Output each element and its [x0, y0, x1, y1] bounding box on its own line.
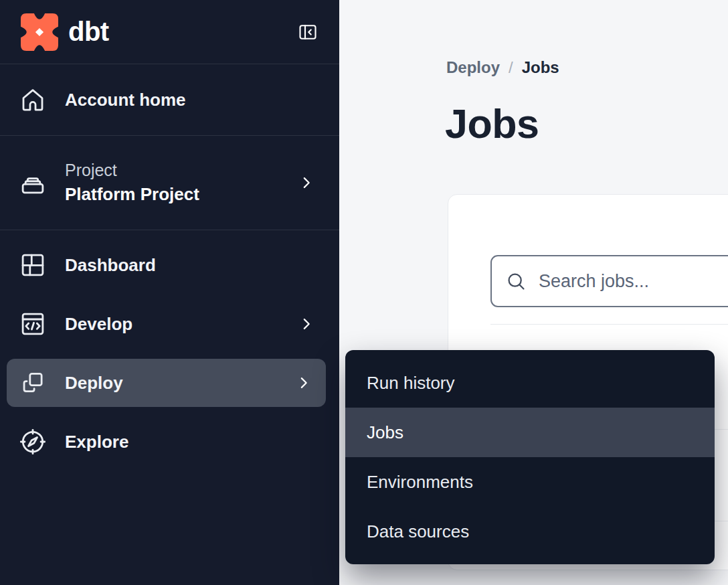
brand-name: dbt [68, 17, 109, 47]
project-name: Platform Project [65, 184, 199, 205]
search-box [490, 255, 728, 307]
search-icon [505, 270, 527, 292]
sidebar-item-label: Deploy [65, 373, 123, 394]
explore-compass-icon [19, 428, 47, 456]
submenu-item-run-history[interactable]: Run history [345, 358, 715, 408]
sidebar-item-develop[interactable]: Develop [0, 300, 339, 348]
sidebar: dbt Account home [0, 0, 339, 585]
home-icon [19, 86, 47, 114]
collapse-sidebar-button[interactable] [296, 22, 319, 42]
search-input[interactable] [537, 270, 728, 292]
dbt-logo-icon [20, 13, 59, 51]
app-root: dbt Account home [0, 0, 728, 585]
sidebar-item-explore[interactable]: Explore [0, 418, 339, 466]
project-switcher-text: Project Platform Project [65, 160, 199, 205]
sidebar-item-label: Explore [65, 432, 128, 452]
sidebar-item-dashboard[interactable]: Dashboard [0, 241, 339, 289]
breadcrumb-current: Jobs [522, 58, 559, 78]
sidebar-item-label: Account home [65, 90, 186, 110]
chevron-right-icon [296, 375, 311, 390]
deploy-submenu: Run history Jobs Environments Data sourc… [345, 350, 715, 564]
breadcrumb-deploy-link[interactable]: Deploy [446, 58, 500, 78]
submenu-item-environments[interactable]: Environments [345, 457, 715, 507]
sidebar-item-account-home[interactable]: Account home [0, 64, 339, 136]
chevron-right-icon [299, 175, 314, 190]
sidebar-header: dbt [0, 0, 339, 64]
chevron-right-icon [299, 317, 314, 331]
breadcrumb: Deploy / Jobs [446, 58, 559, 78]
deploy-icon [19, 369, 47, 397]
page-title: Jobs [445, 100, 539, 147]
develop-code-icon [19, 310, 47, 338]
project-stack-icon [19, 169, 47, 197]
submenu-item-data-sources[interactable]: Data sources [345, 507, 715, 556]
card-divider [490, 324, 728, 325]
dashboard-icon [19, 251, 47, 279]
sidebar-nav: Account home Project Platform Project [0, 64, 339, 466]
project-label: Project [65, 160, 199, 180]
collapse-sidebar-icon [296, 22, 319, 42]
sidebar-item-label: Dashboard [65, 255, 156, 276]
sidebar-item-deploy[interactable]: Deploy [7, 359, 326, 407]
sidebar-item-label: Develop [65, 314, 132, 335]
dbt-logo[interactable]: dbt [20, 13, 109, 51]
sidebar-item-project-switcher[interactable]: Project Platform Project [0, 136, 339, 230]
submenu-item-jobs[interactable]: Jobs [345, 408, 715, 457]
breadcrumb-separator: / [509, 58, 513, 78]
